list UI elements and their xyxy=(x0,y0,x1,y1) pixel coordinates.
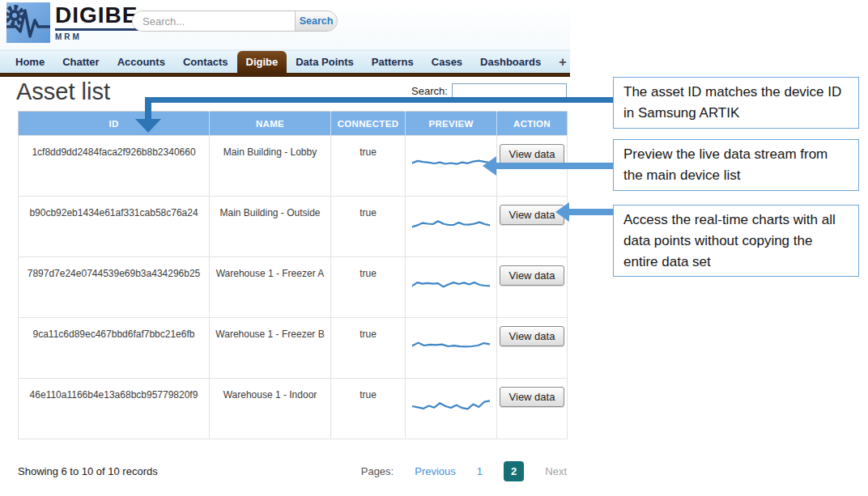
content-header: Asset list Search: xyxy=(0,77,570,111)
asset-name-cell: Warehouse 1 - Indoor xyxy=(210,379,331,439)
page: DIGIBE MRM Search HomeChatterAccountsCon… xyxy=(0,0,868,496)
tab-dashboards[interactable]: Dashboards xyxy=(471,51,550,73)
tab-patterns[interactable]: Patterns xyxy=(363,51,423,73)
view-data-button[interactable]: View data xyxy=(500,387,565,407)
previous-page-link[interactable]: Previous xyxy=(415,465,456,477)
callout2-arrow-shaft xyxy=(496,163,613,169)
preview-cell xyxy=(406,379,497,439)
records-summary: Showing 6 to 10 of 10 records xyxy=(18,465,158,477)
column-header-connected: CONNECTED xyxy=(331,112,406,136)
asset-name-cell: Main Building - Lobby xyxy=(210,136,331,197)
callout2-arrowhead-left-icon xyxy=(483,156,496,176)
asset-name-cell: Warehouse 1 - Freezer A xyxy=(210,257,331,318)
view-data-button[interactable]: View data xyxy=(500,265,565,286)
sparkline-chart xyxy=(412,275,490,296)
table-row: 7897d7e24e0744539e69b3a434296b25 Warehou… xyxy=(19,257,568,318)
tab-cases[interactable]: Cases xyxy=(423,51,471,73)
asset-name-cell: Main Building - Outside xyxy=(210,197,331,257)
add-tab-button[interactable]: + xyxy=(550,51,575,73)
page-title: Asset list xyxy=(16,78,110,105)
sparkline-chart xyxy=(412,396,490,418)
tab-bar: HomeChatterAccountsContactsDigibeData Po… xyxy=(0,50,570,77)
tab-home[interactable]: Home xyxy=(6,51,53,73)
asset-id-cell: 46e110a1166b4e13a68bcb95779820f9 xyxy=(19,379,210,439)
asset-id-cell: 1cf8dd9dd2484faca2f926b8b2340660 xyxy=(19,136,210,197)
annotation-callout-3: Access the real-time charts with all dat… xyxy=(613,205,859,277)
asset-id-cell: 9ca11c6d89ec467bbd6faf7bbc21e6fb xyxy=(19,318,210,379)
pagination: Pages: Previous 12 Next xyxy=(361,461,567,481)
action-cell: View data xyxy=(497,379,568,439)
column-header-action: ACTION xyxy=(497,112,568,136)
preview-cell xyxy=(406,318,497,379)
table-row: 9ca11c6d89ec467bbd6faf7bbc21e6fb Warehou… xyxy=(19,318,568,379)
logo-subtitle: MRM xyxy=(55,32,162,41)
app-window: DIGIBE MRM Search HomeChatterAccountsCon… xyxy=(0,0,570,481)
column-header-name: NAME xyxy=(210,112,331,136)
sparkline-chart xyxy=(412,154,490,175)
tab-contacts[interactable]: Contacts xyxy=(174,51,237,73)
action-cell: View data xyxy=(497,318,568,379)
annotation-callout-2: Preview the live data stream from the ma… xyxy=(613,139,859,191)
callout3-arrowhead-left-icon xyxy=(555,202,569,222)
page-1-link[interactable]: 1 xyxy=(477,465,483,477)
callout1-arrow-shaft-vertical xyxy=(145,97,151,119)
next-page-link[interactable]: Next xyxy=(545,465,567,477)
pages-label: Pages: xyxy=(361,465,394,477)
callout3-arrow-shaft xyxy=(569,209,613,215)
sparkline-chart xyxy=(412,336,490,357)
connected-cell: true xyxy=(331,136,406,197)
table-header-row: IDNAMECONNECTEDPREVIEWACTION xyxy=(19,112,568,136)
column-header-id: ID xyxy=(19,112,210,136)
list-search-label: Search: xyxy=(411,85,448,97)
connected-cell: true xyxy=(331,318,406,379)
asset-name-cell: Warehouse 1 - Freezer B xyxy=(210,318,331,379)
table-row: b90cb92eb1434e61af331cab58c76a24 Main Bu… xyxy=(19,197,568,257)
table-footer: Showing 6 to 10 of 10 records Pages: Pre… xyxy=(18,461,567,481)
tab-list: HomeChatterAccountsContactsDigibeData Po… xyxy=(6,51,550,73)
connected-cell: true xyxy=(331,197,406,257)
connected-cell: true xyxy=(331,257,406,318)
tab-chatter[interactable]: Chatter xyxy=(53,51,108,73)
tab-digibe[interactable]: Digibe xyxy=(237,51,287,73)
view-data-button[interactable]: View data xyxy=(500,144,565,164)
global-search-button[interactable]: Search xyxy=(295,11,337,31)
global-search-input[interactable] xyxy=(133,11,295,31)
action-cell: View data xyxy=(497,257,568,318)
connected-cell: true xyxy=(331,379,406,439)
tab-accounts[interactable]: Accounts xyxy=(108,51,174,73)
page-2-link[interactable]: 2 xyxy=(504,461,524,481)
pulse-gear-logo-icon xyxy=(6,2,50,43)
asset-id-cell: 7897d7e24e0744539e69b3a434296b25 xyxy=(19,257,210,318)
view-data-button[interactable]: View data xyxy=(500,326,565,346)
table-row: 46e110a1166b4e13a68bcb95779820f9 Warehou… xyxy=(19,379,568,439)
callout1-arrow-shaft-horizontal xyxy=(148,97,613,103)
asset-id-cell: b90cb92eb1434e61af331cab58c76a24 xyxy=(19,197,210,257)
app-header: DIGIBE MRM Search xyxy=(0,0,570,50)
sparkline-chart xyxy=(412,214,490,235)
annotation-callout-1: The asset ID matches the device ID in Sa… xyxy=(613,77,859,129)
column-header-preview: PREVIEW xyxy=(406,112,497,136)
page-number-list: 12 xyxy=(477,461,524,481)
main-content: Asset list Search: IDNAMECONNECTEDPREVIE… xyxy=(0,77,570,481)
tab-data-points[interactable]: Data Points xyxy=(287,51,363,73)
callout1-arrowhead-down-icon xyxy=(135,119,161,133)
preview-cell xyxy=(406,197,497,257)
global-search-bar: Search xyxy=(132,11,338,32)
preview-cell xyxy=(406,257,497,318)
